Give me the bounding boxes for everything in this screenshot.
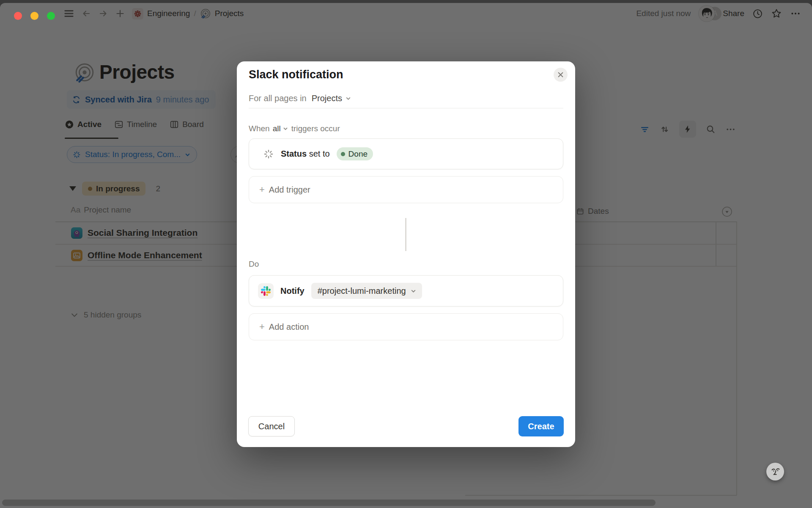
action-verb: Notify	[280, 286, 304, 296]
channel-dropdown[interactable]: #project-lumi-marketing	[311, 283, 422, 299]
slack-notification-dialog: Slack notification For all pages in Proj…	[237, 61, 575, 447]
done-status-dot	[341, 152, 345, 156]
add-action-button[interactable]: + Add action	[249, 313, 563, 340]
scope-row: For all pages in Projects	[249, 92, 351, 105]
when-suffix: triggers occur	[291, 124, 340, 133]
close-dialog-button[interactable]	[554, 68, 568, 82]
status-property-icon	[263, 149, 274, 160]
window-controls	[14, 12, 55, 20]
ai-face-icon	[768, 464, 782, 479]
close-window-button[interactable]	[14, 12, 22, 20]
cancel-button[interactable]: Cancel	[248, 416, 295, 436]
ai-assistant-button[interactable]	[766, 463, 784, 480]
dialog-title: Slack notification	[249, 68, 343, 81]
plus-icon: +	[259, 184, 265, 195]
trigger-card[interactable]: Status set to Done	[249, 138, 563, 169]
scope-dropdown[interactable]: Projects	[312, 94, 351, 103]
create-button[interactable]: Create	[518, 416, 564, 436]
minimize-window-button[interactable]	[30, 12, 38, 20]
add-trigger-button[interactable]: + Add trigger	[249, 176, 563, 203]
plus-icon: +	[259, 321, 265, 332]
do-label: Do	[249, 260, 259, 269]
trigger-property: Status	[281, 149, 307, 158]
app-window: Engineering / Projects Edited just now A	[0, 0, 812, 508]
zoom-window-button[interactable]	[47, 12, 55, 20]
trigger-verb: set to	[309, 149, 330, 158]
action-card[interactable]: Notify #project-lumi-marketing	[249, 275, 563, 306]
dialog-divider	[249, 108, 563, 108]
when-prefix: When	[249, 124, 270, 133]
close-icon	[557, 72, 564, 78]
chevron-down-icon	[283, 126, 288, 132]
chevron-down-icon	[345, 95, 351, 102]
when-row: When all triggers occur	[249, 123, 340, 134]
trigger-value-pill[interactable]: Done	[337, 147, 373, 160]
chevron-down-icon	[410, 288, 417, 294]
slack-icon	[258, 283, 274, 299]
scope-prefix: For all pages in	[249, 94, 307, 103]
when-mode-dropdown[interactable]: all	[273, 124, 288, 133]
flow-connector-line	[405, 218, 406, 251]
